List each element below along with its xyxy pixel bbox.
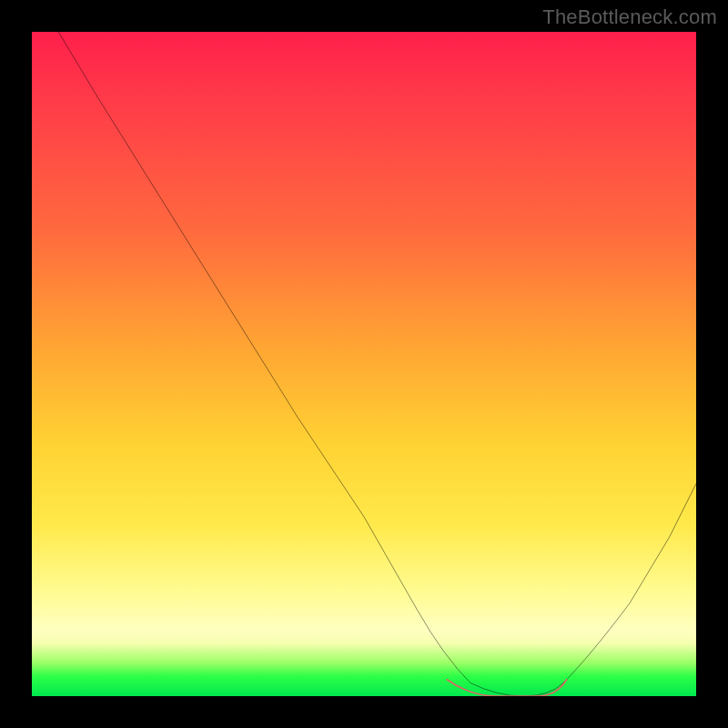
bottleneck-curve	[58, 32, 696, 696]
watermark-text: TheBottleneck.com	[542, 5, 717, 29]
plot-area	[32, 32, 696, 696]
chart-svg	[32, 32, 696, 696]
optimal-range-marker	[447, 680, 566, 696]
chart-frame: TheBottleneck.com	[0, 0, 728, 728]
